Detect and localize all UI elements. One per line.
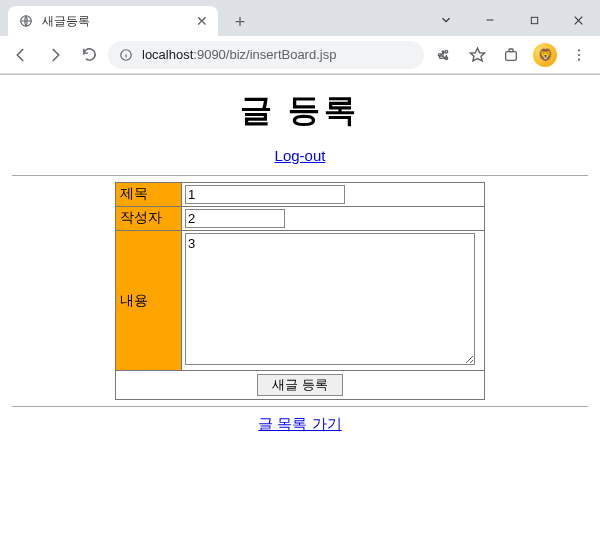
divider (12, 406, 588, 407)
site-info-icon[interactable] (118, 47, 134, 63)
close-window-button[interactable] (556, 5, 600, 35)
address-bar[interactable]: localhost:9090/biz/insertBoard.jsp (108, 41, 424, 69)
browser-chrome: 새글등록 ✕ + (0, 0, 600, 75)
tab-title: 새글등록 (42, 13, 188, 30)
browser-toolbar: localhost:9090/biz/insertBoard.jsp 🦁 (0, 36, 600, 74)
svg-line-11 (441, 52, 445, 54)
writer-label: 작성자 (116, 207, 182, 231)
browser-tab[interactable]: 새글등록 ✕ (8, 6, 218, 36)
page-content: 글 등록 Log-out 제목 작성자 내용 3 (0, 75, 600, 458)
share-icon[interactable] (428, 40, 458, 70)
avatar-icon: 🦁 (533, 43, 557, 67)
globe-icon (18, 13, 34, 29)
submit-button[interactable]: 새글 등록 (257, 374, 343, 396)
reload-button[interactable] (74, 40, 104, 70)
page-title: 글 등록 (12, 89, 588, 133)
table-row: 제목 (116, 183, 485, 207)
writer-input[interactable] (185, 209, 285, 228)
list-link[interactable]: 글 목록 가기 (258, 415, 341, 432)
svg-line-12 (441, 55, 445, 57)
new-tab-button[interactable]: + (226, 8, 254, 36)
svg-point-18 (578, 58, 580, 60)
table-row: 내용 3 (116, 231, 485, 371)
svg-point-17 (578, 53, 580, 55)
content-label: 내용 (116, 231, 182, 371)
form-table: 제목 작성자 내용 3 새글 등록 (115, 182, 485, 400)
url-text: localhost:9090/biz/insertBoard.jsp (142, 47, 336, 62)
svg-rect-2 (531, 17, 537, 23)
svg-marker-13 (470, 48, 484, 61)
back-button[interactable] (6, 40, 36, 70)
divider (12, 175, 588, 176)
svg-rect-15 (509, 49, 513, 52)
logout-link[interactable]: Log-out (275, 147, 326, 164)
title-input[interactable] (185, 185, 345, 204)
forward-button[interactable] (40, 40, 70, 70)
maximize-button[interactable] (512, 5, 556, 35)
title-label: 제목 (116, 183, 182, 207)
tab-close-icon[interactable]: ✕ (196, 13, 208, 29)
extension-icon[interactable] (496, 40, 526, 70)
titlebar: 새글등록 ✕ + (0, 0, 600, 36)
minimize-button[interactable] (468, 5, 512, 35)
menu-icon[interactable] (564, 40, 594, 70)
svg-rect-14 (506, 51, 517, 60)
table-row: 새글 등록 (116, 371, 485, 400)
table-row: 작성자 (116, 207, 485, 231)
profile-avatar[interactable]: 🦁 (530, 40, 560, 70)
svg-point-16 (578, 49, 580, 51)
svg-point-9 (445, 50, 448, 53)
content-textarea[interactable]: 3 (185, 233, 475, 365)
caret-down-icon[interactable] (424, 5, 468, 35)
star-icon[interactable] (462, 40, 492, 70)
window-controls (424, 4, 600, 36)
